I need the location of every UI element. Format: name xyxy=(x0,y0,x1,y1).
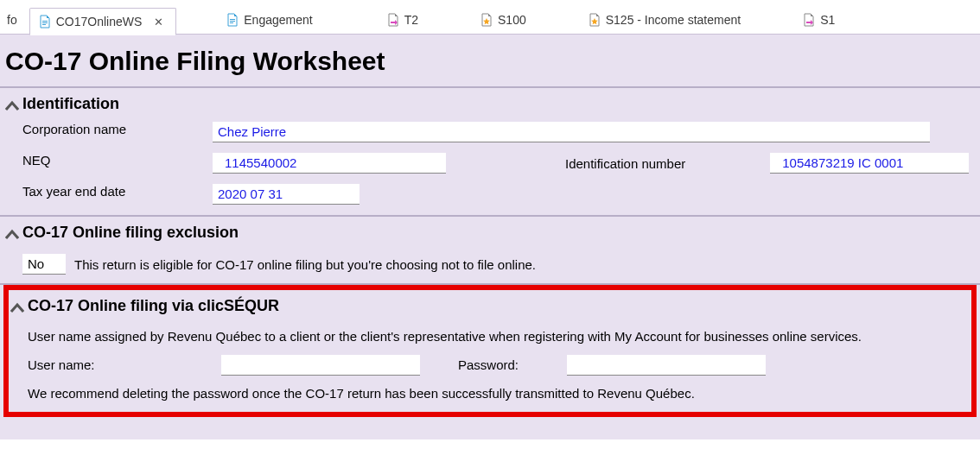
close-icon[interactable]: ✕ xyxy=(154,16,163,28)
tab-s125[interactable]: S125 - Income statement xyxy=(580,6,753,34)
corp-name-label: Corporation name xyxy=(22,122,213,142)
file-star-icon xyxy=(589,13,601,27)
tab-label: T2 xyxy=(404,13,418,27)
user-name-label: User name: xyxy=(28,357,123,372)
chevron-up-icon xyxy=(5,98,19,111)
tab-label: S100 xyxy=(498,13,526,27)
file-icon xyxy=(226,13,239,27)
tab-label: Engagement xyxy=(244,13,312,27)
tax-year-end-input[interactable] xyxy=(213,184,360,205)
password-label: Password: xyxy=(458,357,519,372)
clicsequr-intro: User name assigned by Revenu Québec to a… xyxy=(9,324,971,355)
id-number-label: Identification number xyxy=(565,156,685,171)
section-toggle-identification[interactable]: Identification xyxy=(0,88,980,122)
svg-rect-5 xyxy=(230,22,233,23)
tab-s100[interactable]: S100 xyxy=(472,6,538,34)
svg-rect-2 xyxy=(42,24,46,25)
svg-rect-0 xyxy=(42,21,48,22)
password-input[interactable] xyxy=(567,355,766,376)
clicsequr-highlight-box: CO-17 Online filing via clicSÉQUR User n… xyxy=(3,285,977,417)
section-title: CO-17 Online filing via clicSÉQUR xyxy=(28,297,279,315)
file-arrow-icon xyxy=(803,13,815,27)
tab-engagement[interactable]: Engagement xyxy=(218,6,324,34)
svg-rect-3 xyxy=(230,19,235,20)
tab-co17onlinews[interactable]: CO17OnlineWS ✕ xyxy=(29,8,177,35)
tab-strip: fo CO17OnlineWS ✕ Engagement T2 S100 S12… xyxy=(0,0,980,35)
tab-partial-label: fo xyxy=(7,13,17,27)
section-toggle-clicsequr[interactable]: CO-17 Online filing via clicSÉQUR xyxy=(9,290,971,324)
corp-name-input[interactable] xyxy=(213,122,930,142)
file-star-icon xyxy=(480,13,493,27)
tax-year-end-label: Tax year end date xyxy=(22,184,213,205)
tab-t2[interactable]: T2 xyxy=(379,6,430,34)
credentials-row: User name: Password: xyxy=(9,355,971,381)
section-toggle-exclusion[interactable]: CO-17 Online filing exclusion xyxy=(0,217,980,250)
chevron-up-icon xyxy=(10,300,24,313)
file-icon xyxy=(39,15,51,28)
file-arrow-icon xyxy=(387,13,399,27)
exclusion-value-input[interactable] xyxy=(22,254,66,275)
identification-grid: Corporation name NEQ ❚ Identification nu… xyxy=(0,122,980,215)
tab-label: S125 - Income statement xyxy=(606,13,741,27)
section-title: CO-17 Online filing exclusion xyxy=(22,224,239,242)
neq-input[interactable] xyxy=(213,153,446,174)
tab-label: S1 xyxy=(820,13,835,27)
exclusion-row: This return is eligible for CO-17 online… xyxy=(0,250,980,283)
tab-partial-left[interactable]: fo xyxy=(3,6,29,34)
tab-label: CO17OnlineWS xyxy=(56,15,143,28)
section-title: Identification xyxy=(22,95,119,113)
svg-rect-1 xyxy=(42,22,48,23)
clicsequr-note: We recommend deleting the password once … xyxy=(9,381,971,412)
exclusion-text: This return is eligible for CO-17 online… xyxy=(74,257,536,272)
tab-s1[interactable]: S1 xyxy=(794,6,847,34)
chevron-up-icon xyxy=(5,227,19,239)
neq-label: NEQ xyxy=(22,153,213,174)
id-number-input[interactable] xyxy=(770,153,969,174)
user-name-input[interactable] xyxy=(221,355,420,376)
svg-rect-4 xyxy=(230,21,235,22)
page-title: CO-17 Online Filing Worksheet xyxy=(0,35,980,86)
page-body: CO-17 Online Filing Worksheet Identifica… xyxy=(0,35,980,439)
